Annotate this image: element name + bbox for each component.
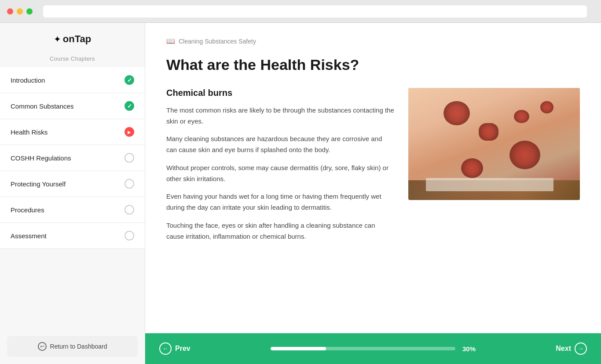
- logo-text: onTap: [63, 33, 91, 45]
- book-icon: 📖: [166, 37, 175, 45]
- para-5: Touching the face, eyes or skin after ha…: [166, 220, 394, 242]
- page-title: What are the Health Risks?: [166, 56, 580, 74]
- chapter-label: Introduction: [11, 76, 45, 84]
- sidebar: ✦ onTap Course Chapters IntroductionComm…: [0, 23, 145, 364]
- main-content: 📖 Cleaning Substances Safety What are th…: [145, 23, 601, 333]
- chapter-item-common-substances[interactable]: Common Substances: [0, 93, 145, 119]
- progress-area: 30%: [191, 345, 556, 353]
- minimize-button-icon[interactable]: [17, 8, 23, 15]
- progress-bar-background: [271, 347, 455, 350]
- chapter-list: IntroductionCommon SubstancesHealth Risk…: [0, 67, 145, 329]
- return-icon: ↩: [38, 342, 47, 351]
- logo-area: ✦ onTap: [0, 33, 145, 55]
- burn-spot-4: [514, 110, 529, 123]
- burn-spot-2: [479, 123, 498, 141]
- main-wrapper: 📖 Cleaning Substances Safety What are th…: [145, 23, 601, 364]
- skin-background: [408, 88, 580, 200]
- para-4: Even having your hands wet for a long ti…: [166, 191, 394, 213]
- app-container: ✦ onTap Course Chapters IntroductionComm…: [0, 23, 601, 364]
- course-chapters-label: Course Chapters: [0, 55, 145, 62]
- next-arrow-icon: →: [575, 342, 587, 355]
- chapter-status-icon: [125, 231, 134, 240]
- maximize-button-icon[interactable]: [26, 8, 33, 15]
- chapter-status-icon: [125, 179, 134, 189]
- return-to-dashboard-button[interactable]: ↩ Return to Dashboard: [7, 336, 138, 357]
- burn-spot-1: [443, 101, 470, 125]
- chapter-item-coshh-regulations[interactable]: COSHH Regulations: [0, 145, 145, 171]
- course-name: Cleaning Substances Safety: [179, 38, 256, 45]
- chapter-label: Assessment: [11, 232, 47, 240]
- para-3: Without proper controls, some may cause …: [166, 163, 394, 185]
- chapter-label: Protecting Yourself: [11, 180, 66, 188]
- address-bar: [43, 5, 587, 18]
- burn-spot-3: [509, 141, 540, 169]
- logo: ✦ onTap: [54, 33, 91, 45]
- burn-spot-6: [540, 101, 553, 113]
- next-label: Next: [556, 345, 571, 353]
- progress-label: 30%: [462, 345, 476, 353]
- chemical-burn-image: [408, 88, 580, 200]
- return-button-label: Return to Dashboard: [50, 343, 107, 350]
- paper-strip: [426, 178, 553, 191]
- section-heading: Chemical burns: [166, 88, 394, 98]
- chapter-label: COSHH Regulations: [11, 154, 71, 162]
- chapter-label: Common Substances: [11, 102, 73, 110]
- para-2: Many cleaning substances are hazardous b…: [166, 134, 394, 156]
- prev-label: Prev: [175, 345, 191, 353]
- chapter-item-introduction[interactable]: Introduction: [0, 67, 145, 93]
- prev-button[interactable]: ← Prev: [159, 342, 191, 355]
- para-1: The most common risks are likely to be t…: [166, 105, 394, 127]
- chapter-status-icon: [125, 127, 134, 137]
- prev-arrow-icon: ←: [159, 342, 172, 355]
- footer-bar: ← Prev 30% Next →: [145, 333, 601, 364]
- chapter-item-procedures[interactable]: Procedures: [0, 197, 145, 223]
- chapter-status-icon: [125, 153, 134, 163]
- breadcrumb: 📖 Cleaning Substances Safety: [166, 37, 580, 45]
- chapter-label: Health Risks: [11, 128, 48, 136]
- chapter-item-assessment[interactable]: Assessment: [0, 223, 145, 249]
- progress-bar-fill: [271, 347, 326, 350]
- content-text: Chemical burns The most common risks are…: [166, 88, 394, 249]
- chapter-label: Procedures: [11, 206, 44, 214]
- chapter-item-health-risks[interactable]: Health Risks: [0, 119, 145, 145]
- chapter-status-icon: [125, 205, 134, 215]
- content-layout: Chemical burns The most common risks are…: [166, 88, 580, 249]
- chapter-item-protecting-yourself[interactable]: Protecting Yourself: [0, 171, 145, 197]
- close-button-icon[interactable]: [7, 8, 13, 15]
- chapter-status-icon: [125, 75, 134, 85]
- chapter-status-icon: [125, 101, 134, 111]
- logo-icon: ✦: [54, 34, 61, 44]
- window-chrome: [0, 0, 601, 23]
- burn-spot-5: [461, 158, 483, 178]
- next-button[interactable]: Next →: [556, 342, 587, 355]
